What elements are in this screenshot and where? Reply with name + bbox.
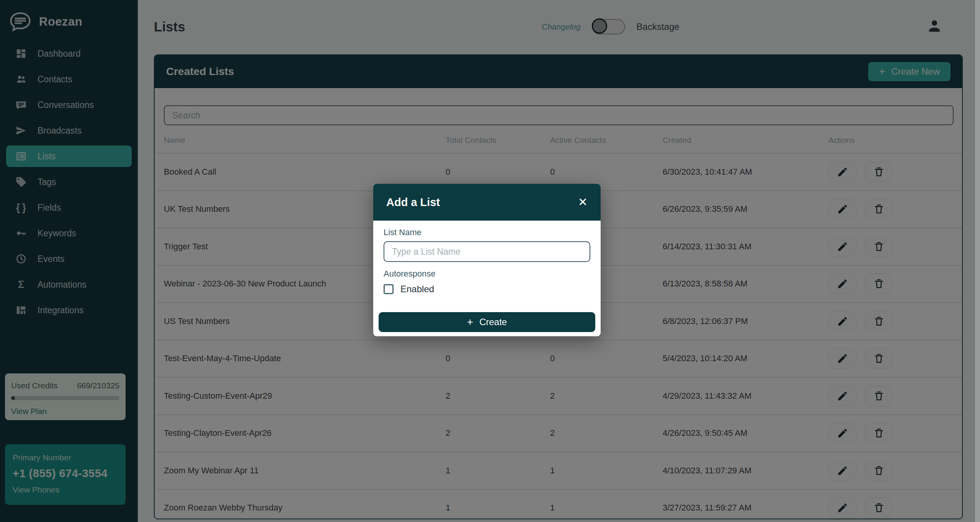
autoresponse-label: Autoresponse xyxy=(384,269,590,279)
plus-icon: + xyxy=(467,317,473,327)
lists-page: Roezan Dashboard Contacts Conversations xyxy=(0,0,980,522)
modal-title: Add a List xyxy=(386,196,440,209)
close-icon[interactable]: ✕ xyxy=(578,196,588,208)
enabled-checkbox[interactable] xyxy=(384,284,394,294)
list-name-input[interactable] xyxy=(384,241,590,262)
modal-body: List Name Autoresponse Enabled xyxy=(373,227,601,295)
page-scrollbar[interactable] xyxy=(975,0,980,522)
list-name-label: List Name xyxy=(384,227,590,237)
enabled-label: Enabled xyxy=(400,284,434,295)
modal-create-label: Create xyxy=(479,317,507,327)
modal-create-button[interactable]: + Create xyxy=(379,312,595,332)
add-list-modal: Add a List ✕ List Name Autoresponse Enab… xyxy=(373,184,601,336)
modal-header: Add a List ✕ xyxy=(373,184,601,221)
